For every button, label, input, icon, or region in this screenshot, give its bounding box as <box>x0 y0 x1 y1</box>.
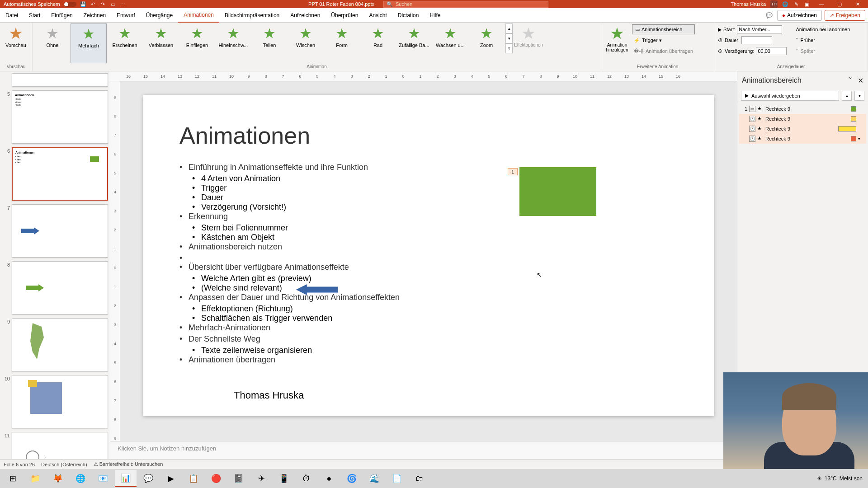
canvas[interactable]: Animationen Einführung in Animationseffe… <box>120 81 737 441</box>
anim-hineinschw...[interactable]: Hineinschw... <box>215 23 251 63</box>
app3-icon[interactable]: 🔴 <box>205 470 227 487</box>
slide[interactable]: Animationen Einführung in Animationseffe… <box>143 95 714 416</box>
slide-thumb-7[interactable]: 7 <box>2 204 108 258</box>
comments-icon[interactable]: 💬 <box>761 10 777 21</box>
animpane-collapse-icon[interactable]: ˅ <box>849 77 852 84</box>
explorer-icon[interactable]: 📁 <box>24 470 46 487</box>
sub-bullet[interactable]: Texte zeilenweise organisieren <box>179 346 678 355</box>
onenote-icon[interactable]: 📓 <box>228 470 250 487</box>
tab-zeichnen[interactable]: Zeichnen <box>78 8 111 23</box>
sub-bullet[interactable]: Schaltflächen als Trigger verwenden <box>179 314 678 323</box>
save-icon[interactable]: 💾 <box>80 1 86 7</box>
green-rectangle[interactable] <box>519 167 596 216</box>
anim-mehrfach[interactable]: Mehrfach <box>71 23 107 63</box>
vlc-icon[interactable]: ▶ <box>160 470 182 487</box>
accessibility-status[interactable]: ⚠ Barrierefreiheit: Untersuchen <box>94 461 163 467</box>
anim-teilen[interactable]: Teilen <box>251 23 288 63</box>
app6-icon[interactable]: ● <box>318 470 340 487</box>
filename[interactable]: PPT 01 Roter Faden 004.pptx <box>308 1 374 7</box>
user-avatar[interactable]: TH <box>770 0 778 8</box>
minimize-button[interactable]: — <box>815 0 828 8</box>
bullet[interactable]: Erkennung <box>179 212 678 221</box>
tab-animationen[interactable]: Animationen <box>178 8 219 23</box>
tab-datei[interactable]: Datei <box>0 8 24 23</box>
add-animation-button[interactable]: Animation hinzufügen <box>603 23 631 63</box>
autosave-toggle[interactable] <box>64 2 76 7</box>
preview-button[interactable]: Vorschau <box>2 23 30 63</box>
app-icon[interactable]: 💬 <box>137 470 159 487</box>
powerpoint-icon[interactable]: 📊 <box>115 470 137 487</box>
start-show-icon[interactable]: ▭ <box>110 1 116 7</box>
delay-input[interactable] <box>756 47 787 55</box>
blue-arrow[interactable] <box>296 284 338 295</box>
trigger-button[interactable]: ⚡ Trigger ▾ <box>632 35 695 45</box>
anim-wachsen u...[interactable]: Wachsen u... <box>432 23 468 63</box>
delay-row[interactable]: ⏲ Verzögerung: <box>716 46 788 56</box>
sub-bullet[interactable]: Verzögerung (Vorsicht!) <box>179 202 678 212</box>
slide-title[interactable]: Animationen <box>179 122 678 149</box>
gallery-scroll[interactable]: ▴▾▿ <box>505 23 514 53</box>
anim-form[interactable]: Form <box>324 23 360 63</box>
animation-tag[interactable]: 1 <box>508 168 518 175</box>
pen-icon[interactable]: ✎ <box>793 1 799 7</box>
language-status[interactable]: Deutsch (Österreich) <box>41 462 87 467</box>
tab-einfügen[interactable]: Einfügen <box>46 8 78 23</box>
duration-input[interactable] <box>741 36 772 44</box>
anim-item-3[interactable]: 🕐★Rechteck 9▾ <box>739 134 866 144</box>
sub-bullet[interactable]: Dauer <box>179 193 678 202</box>
bullet[interactable]: Animationsbereich nutzen <box>179 242 678 252</box>
window-icon[interactable]: ▣ <box>804 1 810 7</box>
tab-bildschirmpräsentation[interactable]: Bildschirmpräsentation <box>219 8 285 23</box>
tab-übergänge[interactable]: Übergänge <box>141 8 178 23</box>
animpane-close-icon[interactable]: ✕ <box>858 77 863 84</box>
slide-thumb-11[interactable]: 11♡ <box>2 432 108 459</box>
bullet[interactable]: Animationen übertragen <box>179 355 678 365</box>
bullet[interactable]: Anpassen der Dauer und Richtung von Anim… <box>179 293 678 302</box>
author-name[interactable]: Thomas Hruska <box>234 389 304 401</box>
edge-icon[interactable]: 🌊 <box>363 470 385 487</box>
bullet[interactable]: Einführung in Animationseffekte und ihre… <box>179 163 678 172</box>
bullet[interactable]: Mehrfach-Animationen <box>179 323 678 333</box>
anim-item-2[interactable]: 🕐★Rechteck 9 <box>739 124 866 134</box>
search-box[interactable]: 🔍 Suchen <box>383 1 548 8</box>
record-button[interactable]: ●Aufzeichnen <box>777 10 822 21</box>
sub-bullet[interactable]: (Welche sind relevant) <box>179 283 678 293</box>
sub-bullet[interactable]: Effektoptionen (Richtung) <box>179 304 678 314</box>
duration-row[interactable]: ⏱ Dauer: <box>716 35 788 45</box>
sub-bullet[interactable]: Trigger <box>179 183 678 193</box>
move-down-button[interactable]: ▾ <box>854 91 864 101</box>
slide-thumb-5[interactable]: 5Animationen• item• item• item <box>2 90 108 144</box>
slide-thumb-6[interactable]: 6Animationen• item• item• item <box>2 147 108 201</box>
anim-ohne[interactable]: Ohne <box>34 23 71 63</box>
app9-icon[interactable]: 🗂 <box>409 470 430 487</box>
chrome-icon[interactable]: 🌐 <box>70 470 91 487</box>
sub-bullet[interactable]: Kästchen am Objekt <box>179 233 678 242</box>
tab-aufzeichnen[interactable]: Aufzeichnen <box>285 8 326 23</box>
anim-zufällige ba...[interactable]: Zufällige Ba... <box>396 23 432 63</box>
app8-icon[interactable]: 📄 <box>386 470 408 487</box>
anim-item-0[interactable]: 1▭★Rechteck 9 <box>739 104 866 114</box>
notes-pane[interactable]: Klicken Sie, um Notizen hinzuzufügen <box>110 441 737 459</box>
tab-start[interactable]: Start <box>24 8 46 23</box>
slide-thumb-8[interactable]: 8 <box>2 261 108 314</box>
anim-erscheinen[interactable]: Erscheinen <box>107 23 143 63</box>
slide-panel[interactable]: 5Animationen• item• item• item6Animation… <box>0 71 110 459</box>
anim-einfliegen[interactable]: Einfliegen <box>179 23 215 63</box>
share-button[interactable]: ↗Freigeben <box>825 10 865 21</box>
anim-verblassen[interactable]: Verblassen <box>143 23 179 63</box>
more-icon[interactable]: ⋯ <box>120 1 126 7</box>
anim-zoom[interactable]: Zoom <box>468 23 505 63</box>
sub-bullet[interactable]: Welche Arten gibt es (preview) <box>179 274 678 283</box>
firefox-icon[interactable]: 🦊 <box>47 470 69 487</box>
move-earlier-button[interactable]: ˄ Früher <box>794 35 852 45</box>
undo-icon[interactable]: ↶ <box>90 1 96 7</box>
tab-hilfe[interactable]: Hilfe <box>424 8 446 23</box>
tab-überprüfen[interactable]: Überprüfen <box>326 8 363 23</box>
anim-wischen[interactable]: Wischen <box>288 23 324 63</box>
play-selection-button[interactable]: ▶ Auswahl wiedergeben <box>741 91 839 101</box>
sub-bullet[interactable]: 4 Arten von Animation <box>179 174 678 183</box>
redo-icon[interactable]: ↷ <box>100 1 106 7</box>
start-row[interactable]: ▶ Start: <box>716 24 788 34</box>
tab-entwurf[interactable]: Entwurf <box>111 8 141 23</box>
outlook-icon[interactable]: 📧 <box>92 470 114 487</box>
